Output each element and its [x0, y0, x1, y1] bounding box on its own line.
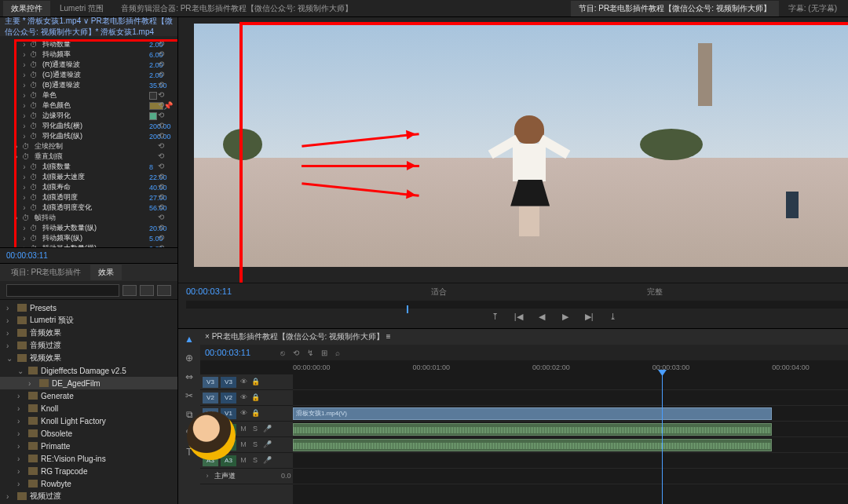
tab-share[interactable]: 字幕: (无字幕) [780, 1, 845, 16]
tree-item[interactable]: ›Knoll [0, 402, 177, 415]
tool-button[interactable]: ⊕ [182, 351, 196, 365]
timeline-option-icon[interactable]: ⟲ [293, 349, 299, 357]
timeline-option-icon[interactable]: ⌕ [335, 349, 340, 357]
tree-item[interactable]: ›Rowbyte [0, 477, 177, 490]
keyframe-stopwatch-icon[interactable]: ⏱ [28, 91, 39, 100]
sequence-name[interactable]: × PR老电影插件教程【微信公众号: 视频制作大师】 ≡ [205, 331, 391, 342]
tool-button[interactable]: ▲ [182, 332, 196, 346]
effect-source-header[interactable]: 主要 * 滑板女孩1.mp4 ∨ PR老电影插件教程【微信公众号: 视频制作大师… [0, 17, 177, 36]
video-track-header[interactable]: V2V2👁🔒 [200, 390, 293, 406]
timeline-option-icon[interactable]: ⊞ [321, 349, 327, 357]
reset-icon[interactable]: ⟲ [155, 100, 166, 111]
tree-item[interactable]: ›Primatte [0, 440, 177, 452]
transport-button[interactable]: ◀ [535, 312, 548, 323]
tree-item[interactable]: ›视频过渡 [0, 490, 177, 502]
keyframe-stopwatch-icon[interactable]: ⏱ [28, 40, 39, 49]
keyframe-stopwatch-icon[interactable]: ⏱ [28, 50, 39, 59]
keyframe-stopwatch-icon[interactable]: ⏱ [28, 101, 39, 110]
keyframe-stopwatch-icon[interactable]: ⏱ [28, 224, 39, 232]
reset-icon[interactable]: ⟲ [155, 152, 166, 163]
reset-icon[interactable]: ⟲ [155, 243, 166, 248]
reset-icon[interactable]: ⟲ [155, 39, 166, 50]
audio-clip[interactable] [293, 423, 772, 436]
preset-icon[interactable] [157, 285, 171, 296]
tree-item[interactable]: ›Lumetri 预设 [0, 314, 177, 327]
video-track-header[interactable]: V3V3👁🔒 [200, 374, 293, 390]
reset-icon[interactable]: ⟲ [155, 121, 166, 132]
keyframe-stopwatch-icon[interactable]: ⏱ [28, 183, 39, 192]
tab-effects[interactable]: 效果 [90, 265, 122, 280]
keyframe-stopwatch-icon[interactable]: ⏱ [28, 203, 39, 212]
tab-project[interactable]: 项目: PR老电影插件 [3, 265, 89, 280]
keyframe-stopwatch-icon[interactable]: ⏱ [28, 163, 39, 171]
video-clip[interactable]: 滑板女孩1.mp4(V) [293, 407, 772, 420]
reset-icon[interactable]: ⟲ [155, 223, 166, 234]
tree-item[interactable]: ›音频效果 [0, 327, 177, 339]
program-timecode[interactable]: 00:00:03:11 [186, 287, 232, 298]
reset-icon[interactable]: ⟲ [155, 60, 166, 71]
tree-item[interactable]: ›RG Trapcode [0, 465, 177, 477]
tree-item[interactable]: ›Obsolete [0, 427, 177, 440]
tree-item[interactable]: ›Generate [0, 389, 177, 402]
transport-button[interactable]: ▶ [559, 312, 572, 323]
reset-icon[interactable]: ⟲ [155, 192, 166, 203]
keyframe-stopwatch-icon[interactable]: ⏱ [28, 193, 39, 202]
reset-icon[interactable]: ⟲ [155, 49, 166, 60]
timeline-option-icon[interactable]: ↯ [307, 349, 313, 357]
tree-item[interactable]: ›Knoll Light Factory [0, 415, 177, 427]
full-label[interactable]: 完整 [647, 287, 663, 298]
master-track-header[interactable]: ›主声道0.0 [200, 469, 293, 484]
reset-icon[interactable]: ⟲ [155, 141, 166, 152]
keyframe-stopwatch-icon[interactable]: ⏱ [28, 132, 39, 141]
tree-item[interactable]: ›Presets [0, 301, 177, 314]
keyframe-stopwatch-icon[interactable]: ⏱ [20, 214, 31, 222]
reset-icon[interactable]: ⟲ [155, 70, 166, 81]
tab-lumetri[interactable]: Lumetri 范围 [52, 1, 111, 16]
transport-button[interactable]: ⤓ [606, 312, 619, 323]
fit-label[interactable]: 适合 [431, 287, 447, 298]
keyframe-stopwatch-icon[interactable]: ⏱ [28, 173, 39, 181]
reset-icon[interactable]: ⟲ [155, 90, 166, 101]
tool-button[interactable]: ✂ [182, 389, 196, 403]
audio-clip[interactable] [293, 439, 772, 451]
timeline-option-icon[interactable]: ⎋ [280, 349, 285, 357]
transport-button[interactable]: ⤒ [488, 312, 501, 323]
keyframe-stopwatch-icon[interactable]: ⏱ [28, 122, 39, 130]
transport-button[interactable]: ▶| [583, 312, 595, 323]
playhead[interactable] [662, 374, 663, 504]
reset-icon[interactable]: ⟲ [155, 162, 166, 173]
video-preview[interactable] [194, 24, 848, 267]
keyframe-stopwatch-icon[interactable]: ⏱ [28, 111, 39, 120]
keyframe-stopwatch-icon[interactable]: ⏱ [20, 142, 31, 151]
reset-icon[interactable]: ⟲ [155, 182, 166, 193]
tool-button[interactable]: ⇔ [182, 370, 196, 384]
tab-program[interactable]: 节目: PR老电影插件教程【微信公众号: 视频制作大师】 [571, 1, 779, 16]
reset-icon[interactable]: ⟲ [155, 233, 166, 244]
timeline-ruler[interactable]: 00:00:00:0000:00:01:0000:00:02:0000:00:0… [200, 360, 848, 374]
reset-icon[interactable]: ⟲ [155, 203, 166, 214]
preset-icon[interactable] [140, 285, 154, 296]
transport-button[interactable]: |◀ [512, 312, 525, 323]
tab-audio-mixer[interactable]: 音频剪辑混合器: PR老电影插件教程【微信公众号: 视频制作大师】 [113, 1, 360, 16]
keyframe-stopwatch-icon[interactable]: ⏱ [28, 234, 39, 243]
tree-item[interactable]: ›RE:Vision Plug-ins [0, 452, 177, 465]
track-area[interactable]: 滑板女孩1.mp4(V) [293, 374, 848, 504]
effects-search-input[interactable] [6, 284, 119, 297]
keyframe-stopwatch-icon[interactable]: ⏱ [20, 152, 31, 161]
timeline-timecode[interactable]: 00:00:03:11 [205, 348, 276, 357]
reset-icon[interactable]: ⟲ [155, 80, 166, 91]
keyframe-stopwatch-icon[interactable]: ⏱ [28, 71, 39, 79]
effect-timecode[interactable]: 00:00:03:11 [0, 247, 177, 263]
program-scrubber[interactable] [186, 301, 848, 309]
reset-icon[interactable]: ⟲ [155, 213, 166, 224]
tree-item[interactable]: ⌄视频效果 [0, 352, 177, 364]
reset-icon[interactable]: ⟲ [155, 131, 166, 142]
keyframe-stopwatch-icon[interactable]: ⏱ [28, 81, 39, 89]
tab-effect-controls[interactable]: 效果控件 [3, 1, 50, 16]
reset-icon[interactable]: ⟲ [155, 111, 166, 122]
tree-item[interactable]: ›音频过渡 [0, 339, 177, 352]
preset-icon[interactable] [122, 285, 137, 296]
reset-icon[interactable]: ⟲ [155, 172, 166, 183]
tree-item[interactable]: ›DE_AgedFilm [0, 377, 177, 389]
keyframe-stopwatch-icon[interactable]: ⏱ [28, 60, 39, 69]
